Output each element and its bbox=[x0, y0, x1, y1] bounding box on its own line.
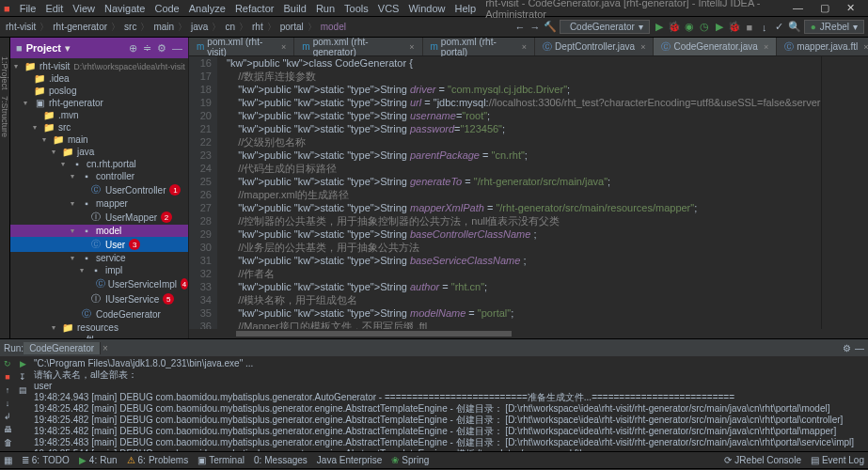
run-bottom-tab[interactable]: ▶ 4: Run bbox=[79, 455, 118, 465]
tab-close-icon[interactable]: × bbox=[522, 42, 527, 52]
tree-item[interactable]: ▪ftl bbox=[10, 334, 188, 338]
filter-icon[interactable]: ▤ bbox=[17, 384, 28, 396]
bc-root[interactable]: rht-visit bbox=[4, 22, 38, 32]
tab-close-icon[interactable]: × bbox=[863, 42, 868, 52]
tree-item[interactable]: 📁.mvn bbox=[10, 109, 188, 121]
minimap[interactable] bbox=[821, 56, 868, 329]
menu-vcs[interactable]: VCS bbox=[378, 3, 400, 14]
menu-navigate[interactable]: Navigate bbox=[104, 3, 145, 14]
spring-tab[interactable]: ❀ Spring bbox=[391, 455, 429, 465]
h-scrollbar[interactable] bbox=[189, 329, 868, 338]
print-icon[interactable]: 🖶 bbox=[2, 424, 13, 435]
search-icon[interactable]: 🔍 bbox=[789, 22, 800, 33]
editor-tab[interactable]: Ⓒmapper.java.ftl× bbox=[777, 38, 868, 55]
tree-item[interactable]: ▾📁main bbox=[10, 133, 188, 146]
project-tab[interactable]: 1:Project bbox=[0, 56, 9, 90]
tree-item[interactable]: ▾📁resources bbox=[10, 321, 188, 334]
code-content[interactable]: "kw">public "kw">class CodeGenerator { /… bbox=[217, 56, 821, 329]
tab-close-icon[interactable]: × bbox=[103, 343, 108, 353]
tree-item[interactable]: ⒸUser3 bbox=[10, 237, 188, 252]
tree-item[interactable]: ▾📁java bbox=[10, 146, 188, 158]
menu-build[interactable]: Build bbox=[283, 3, 306, 14]
tree-item[interactable]: ▾▪impl bbox=[10, 264, 188, 276]
coverage-icon[interactable]: ◉ bbox=[684, 22, 695, 33]
run-tab[interactable]: CodeGenerator bbox=[24, 342, 101, 354]
run-config-select[interactable]: CodeGenerator▾ bbox=[560, 20, 650, 34]
up-icon[interactable]: ↑ bbox=[2, 384, 13, 396]
tree-item[interactable]: ▾▪cn.rht.portal bbox=[10, 158, 188, 170]
minimize-icon[interactable]: — bbox=[793, 2, 803, 14]
collapse-icon[interactable]: ≑ bbox=[143, 42, 151, 55]
stop-run-icon[interactable]: ■ bbox=[2, 371, 13, 383]
editor-tab[interactable]: mpom.xml (rht-generator)× bbox=[294, 38, 422, 55]
editor-tab[interactable]: mpom.xml (rht-visit)× bbox=[189, 38, 294, 55]
tree-item[interactable]: 📁poslog bbox=[10, 85, 188, 97]
tree-item[interactable]: ⒸUserController1 bbox=[10, 182, 188, 197]
tree-item[interactable]: ▾▪service bbox=[10, 252, 188, 264]
tree-item[interactable]: 📁.idea bbox=[10, 72, 188, 85]
jrebel-run-icon[interactable]: ▶ bbox=[714, 22, 725, 33]
menu-window[interactable]: Window bbox=[408, 3, 445, 14]
editor-tab[interactable]: mpom.xml (rht-portal)× bbox=[423, 38, 536, 55]
back-icon[interactable]: ← bbox=[514, 22, 526, 33]
jrebel-select[interactable]: ●JRebel▾ bbox=[804, 20, 864, 34]
tree-item[interactable]: ▾▣rht-generator bbox=[10, 97, 188, 109]
todo-tab[interactable]: ≣ 6: TODO bbox=[22, 455, 70, 465]
menu-refactor[interactable]: Refactor bbox=[235, 3, 275, 14]
console-output[interactable]: "C:\Program Files\Java\jdk1.8.0_231\bin\… bbox=[30, 356, 868, 451]
tree-item[interactable]: ▾▪model bbox=[10, 225, 188, 237]
menu-help[interactable]: Help bbox=[455, 3, 477, 14]
maximize-icon[interactable]: ▢ bbox=[820, 2, 829, 14]
tab-close-icon[interactable]: × bbox=[281, 42, 286, 52]
run-icon[interactable]: ▶ bbox=[654, 22, 665, 33]
tree-item[interactable]: ⒾIUserService5 bbox=[10, 291, 188, 306]
tw-icon[interactable]: ▦ bbox=[4, 455, 12, 465]
vcs-commit-icon[interactable]: ✓ bbox=[774, 22, 785, 33]
menu-run[interactable]: Run bbox=[316, 3, 335, 14]
menu-edit[interactable]: Edit bbox=[45, 3, 63, 14]
terminal-tab[interactable]: ▣ Terminal bbox=[197, 455, 245, 465]
menu-view[interactable]: View bbox=[72, 3, 95, 14]
menu-analyze[interactable]: Analyze bbox=[189, 3, 226, 14]
editor-tab[interactable]: ⒸCodeGenerator.java× bbox=[654, 38, 777, 55]
menu-file[interactable]: File bbox=[20, 3, 37, 14]
tree-item[interactable]: ⒸCodeGenerator bbox=[10, 306, 188, 321]
tree-item[interactable]: ⒾUserMapper2 bbox=[10, 210, 188, 225]
profile-icon[interactable]: ◷ bbox=[699, 22, 710, 33]
tw-hide-icon[interactable]: — bbox=[855, 343, 864, 353]
tree-root[interactable]: ▾📁 rht-visit D:\rht\workspace\idea\rht-v… bbox=[10, 60, 188, 72]
menu-tools[interactable]: Tools bbox=[344, 3, 369, 14]
structure-tab[interactable]: 7:Structure bbox=[0, 96, 9, 137]
javaee-tab[interactable]: Java Enterprise bbox=[317, 455, 382, 465]
stop-icon[interactable]: ■ bbox=[744, 22, 755, 33]
select-open-icon[interactable]: ⊕ bbox=[129, 42, 137, 55]
menu-code[interactable]: Code bbox=[154, 3, 179, 14]
scroll-icon[interactable]: ↧ bbox=[17, 371, 28, 383]
hammer-icon[interactable]: 🔨 bbox=[544, 22, 556, 33]
rerun-icon[interactable]: ↻ bbox=[2, 358, 13, 369]
tree-item[interactable]: ⒸUserServiceImpl4 bbox=[10, 276, 188, 291]
tab-close-icon[interactable]: × bbox=[764, 42, 768, 52]
tree-item[interactable]: ▾📁src bbox=[10, 121, 188, 133]
trash-icon[interactable]: 🗑 bbox=[2, 437, 13, 448]
hide-icon[interactable]: — bbox=[172, 42, 182, 55]
tree-item[interactable]: ▾▪mapper bbox=[10, 197, 188, 210]
down-icon[interactable]: ↓ bbox=[2, 398, 13, 409]
close-icon[interactable]: ✕ bbox=[846, 2, 855, 14]
problems-tab[interactable]: ⚠ 6: Problems bbox=[127, 455, 189, 465]
play-icon[interactable]: ▶ bbox=[17, 358, 28, 369]
jrebel-debug-icon[interactable]: 🐞 bbox=[729, 22, 740, 33]
vcs-update-icon[interactable]: ↓ bbox=[759, 22, 770, 33]
tw-gear-icon[interactable]: ⚙ bbox=[843, 343, 851, 353]
tree-item[interactable]: ▾▪controller bbox=[10, 170, 188, 182]
gear-icon[interactable]: ⚙ bbox=[157, 42, 166, 55]
tab-close-icon[interactable]: × bbox=[409, 42, 414, 52]
editor-tab[interactable]: ⒸDeptController.java× bbox=[535, 38, 654, 55]
tab-close-icon[interactable]: × bbox=[640, 42, 645, 52]
wrap-icon[interactable]: ↲ bbox=[2, 411, 13, 422]
forward-icon[interactable]: → bbox=[529, 22, 541, 33]
messages-tab[interactable]: 0: Messages bbox=[254, 455, 308, 465]
debug-icon[interactable]: 🐞 bbox=[669, 22, 680, 33]
event-log[interactable]: ▤ Event Log bbox=[811, 455, 864, 465]
jrebel-console[interactable]: ⟳ JRebel Console bbox=[724, 455, 801, 465]
